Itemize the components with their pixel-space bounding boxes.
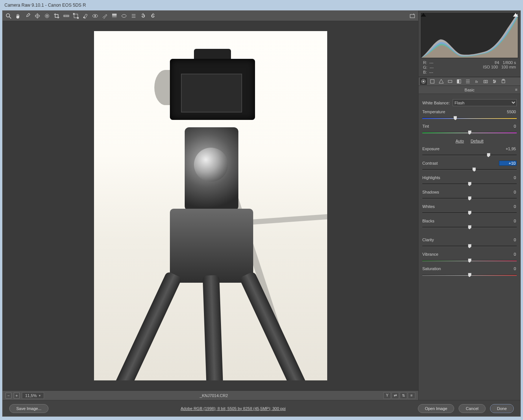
- whites-row: Whites0: [422, 203, 517, 215]
- tint-row: Tint0: [422, 123, 517, 135]
- svg-point-34: [485, 81, 486, 83]
- tab-effects[interactable]: fx: [473, 78, 480, 85]
- tab-snapshots[interactable]: [500, 78, 507, 85]
- graduated-filter-icon[interactable]: [111, 13, 117, 19]
- contrast-label: Contrast: [422, 161, 438, 165]
- done-button[interactable]: Done: [490, 404, 514, 413]
- svg-point-14: [83, 17, 85, 18]
- vibrance-slider[interactable]: [422, 258, 517, 263]
- temperature-value[interactable]: 5500: [499, 110, 517, 114]
- tab-lens-corrections[interactable]: [465, 78, 471, 85]
- straighten-icon[interactable]: [63, 13, 69, 19]
- window-titlebar: Camera Raw 9.10.1 - Canon EOS 5DS R: [0, 0, 523, 10]
- contrast-slider[interactable]: [422, 167, 517, 172]
- swap-button[interactable]: ⇄: [392, 392, 399, 399]
- save-image-button[interactable]: Save Image...: [9, 404, 48, 413]
- filename-label: _KNJ7014.CR2: [46, 393, 381, 398]
- tab-detail[interactable]: [438, 78, 445, 85]
- highlight-clip-icon[interactable]: [513, 13, 518, 17]
- zoom-out-button[interactable]: −: [6, 393, 11, 399]
- tab-tone-curve[interactable]: [429, 78, 436, 85]
- shadows-value[interactable]: 0: [499, 190, 517, 194]
- tab-split-toning[interactable]: [456, 78, 462, 85]
- panel-menu-icon[interactable]: ≡: [515, 87, 517, 92]
- transform-icon[interactable]: [73, 13, 79, 19]
- default-link[interactable]: Default: [470, 139, 483, 143]
- rotate-cw-icon[interactable]: [150, 13, 156, 19]
- shadow-clip-icon[interactable]: [421, 13, 426, 17]
- list-icon[interactable]: [131, 13, 137, 19]
- open-image-button[interactable]: Open Image: [418, 404, 455, 413]
- top-toolbar: [3, 11, 418, 21]
- blacks-slider[interactable]: [422, 225, 517, 230]
- saturation-slider[interactable]: [422, 272, 517, 278]
- panel-title: Basic: [465, 88, 475, 92]
- spot-removal-icon[interactable]: [83, 13, 88, 19]
- zoom-icon[interactable]: [6, 13, 11, 19]
- clarity-value[interactable]: 0: [499, 238, 517, 242]
- tab-hsl[interactable]: [447, 78, 453, 85]
- snapshot-icon[interactable]: [409, 13, 415, 19]
- readout-shutter: 1/800 s: [503, 60, 516, 65]
- clarity-label: Clarity: [422, 238, 434, 242]
- highlights-value[interactable]: 0: [499, 175, 517, 180]
- tab-presets[interactable]: [491, 78, 498, 85]
- saturation-row: Saturation0: [422, 265, 517, 278]
- preview-footer: − + 11,5% ▾ _KNJ7014.CR2 Y ⇄ ⇅ ≡: [3, 390, 418, 400]
- zoom-in-button[interactable]: +: [14, 393, 20, 399]
- readout-iso: ISO 100: [483, 65, 498, 69]
- before-after-y-button[interactable]: Y: [383, 392, 391, 399]
- whites-label: Whites: [422, 204, 435, 209]
- radial-filter-icon[interactable]: [121, 13, 127, 19]
- workflow-options-link[interactable]: Adobe RGB (1998); 8 bit; 5505 by 8258 (4…: [181, 406, 286, 411]
- copy-settings-button[interactable]: ⇅: [400, 392, 407, 399]
- eyedropper-icon[interactable]: [25, 13, 31, 19]
- vibrance-value[interactable]: 0: [499, 252, 517, 256]
- bottom-bar: Save Image... Adobe RGB (1998); 8 bit; 5…: [3, 400, 520, 416]
- exposure-row: Exposure+1,95: [422, 145, 517, 158]
- svg-rect-12: [73, 13, 74, 14]
- highlights-slider[interactable]: [422, 181, 517, 187]
- red-eye-icon[interactable]: [92, 13, 98, 19]
- blacks-label: Blacks: [422, 219, 434, 223]
- exposure-value[interactable]: +1,95: [499, 147, 517, 151]
- crop-icon[interactable]: [54, 13, 60, 19]
- highlights-row: Highlights0: [422, 174, 517, 187]
- tint-value[interactable]: 0: [499, 124, 517, 128]
- readout-focal: 100 mm: [501, 65, 516, 69]
- tint-slider[interactable]: [422, 130, 517, 135]
- tab-basic[interactable]: [420, 78, 427, 85]
- shadows-slider[interactable]: [422, 196, 517, 201]
- svg-rect-27: [457, 80, 459, 83]
- panel-title-bar: Basic ≡: [419, 86, 520, 94]
- cancel-button[interactable]: Cancel: [459, 404, 485, 413]
- color-sampler-icon[interactable]: [34, 13, 40, 19]
- hand-icon[interactable]: [15, 13, 21, 19]
- highlights-label: Highlights: [422, 175, 440, 180]
- whites-value[interactable]: 0: [499, 204, 517, 209]
- exposure-label: Exposure: [422, 147, 439, 151]
- whites-slider[interactable]: [422, 210, 517, 215]
- view-settings-button[interactable]: ≡: [408, 392, 415, 399]
- exposure-slider[interactable]: [422, 152, 517, 158]
- saturation-value[interactable]: 0: [499, 266, 517, 271]
- adjustment-brush-icon[interactable]: [102, 13, 108, 19]
- zoom-select[interactable]: 11,5% ▾: [22, 392, 44, 399]
- panel-tabs: fx: [419, 77, 520, 86]
- white-balance-select[interactable]: Flash: [453, 99, 517, 106]
- rotate-ccw-icon[interactable]: [140, 13, 146, 19]
- svg-rect-13: [77, 17, 78, 19]
- svg-point-16: [94, 15, 96, 17]
- blacks-value[interactable]: 0: [499, 219, 517, 223]
- auto-link[interactable]: Auto: [456, 139, 464, 143]
- histogram[interactable]: [421, 13, 518, 58]
- clarity-slider[interactable]: [422, 243, 517, 249]
- temperature-slider[interactable]: [422, 115, 517, 121]
- image-preview[interactable]: [3, 21, 418, 390]
- svg-point-18: [122, 14, 126, 17]
- contrast-value[interactable]: +10: [499, 161, 517, 166]
- vibrance-label: Vibrance: [422, 252, 438, 256]
- target-adjust-icon[interactable]: [44, 13, 50, 19]
- tab-camera-calibration[interactable]: [482, 78, 489, 85]
- svg-point-24: [423, 81, 424, 82]
